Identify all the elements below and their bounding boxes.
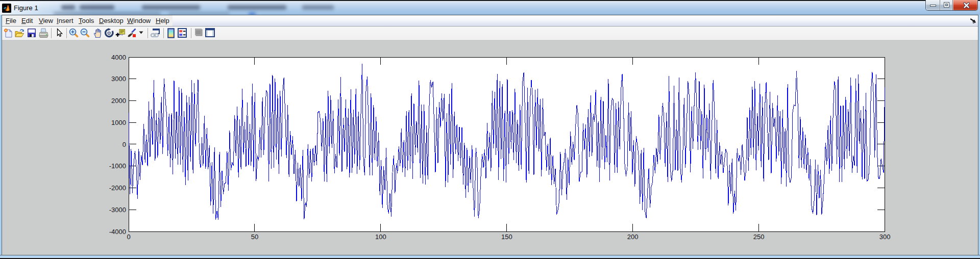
svg-text:1000: 1000 <box>111 119 126 126</box>
svg-text:-1000: -1000 <box>109 162 126 170</box>
svg-text:-4000: -4000 <box>109 228 126 236</box>
svg-text:300: 300 <box>879 233 891 241</box>
svg-text:0: 0 <box>122 141 126 148</box>
svg-text:3000: 3000 <box>111 75 126 83</box>
svg-text:-3000: -3000 <box>109 206 126 214</box>
svg-text:4000: 4000 <box>111 54 126 61</box>
svg-text:0: 0 <box>127 233 130 241</box>
svg-text:150: 150 <box>501 233 512 241</box>
svg-text:-2000: -2000 <box>109 184 126 192</box>
svg-text:100: 100 <box>375 233 386 241</box>
svg-text:250: 250 <box>753 233 765 241</box>
svg-text:50: 50 <box>251 233 258 241</box>
svg-text:200: 200 <box>627 233 639 241</box>
svg-text:2000: 2000 <box>111 97 126 105</box>
